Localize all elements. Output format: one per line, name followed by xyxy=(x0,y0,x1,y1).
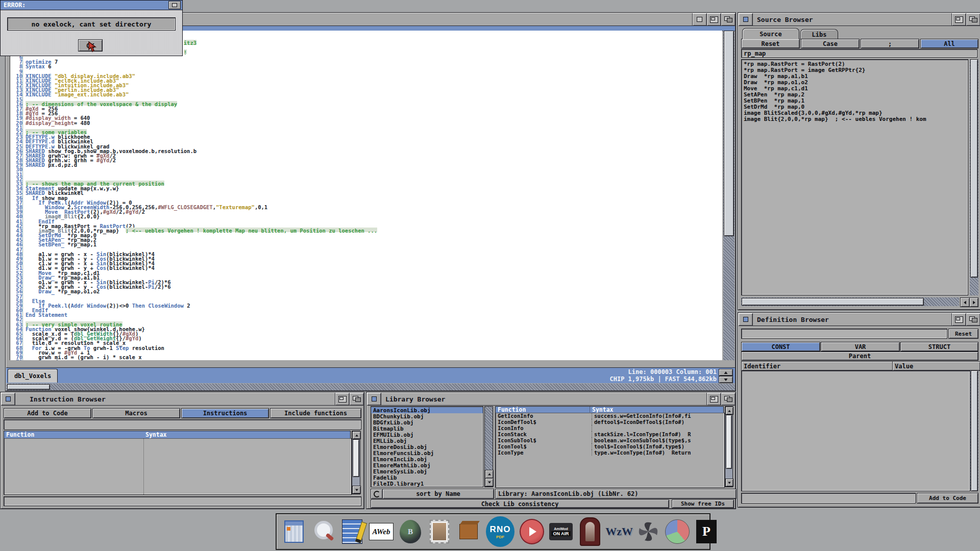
zoom-gadget-icon[interactable] xyxy=(706,393,721,405)
code-line[interactable]: 32 xyxy=(10,176,722,181)
code-line[interactable]: 67 tile.d = resolution * scale_x xyxy=(10,340,722,344)
source-browser-titlebar[interactable]: Source Browser xyxy=(739,13,980,26)
close-gadget-icon[interactable] xyxy=(1,393,15,405)
library-function-vscrollbar[interactable] xyxy=(725,406,733,487)
code-line[interactable]: 63; -- very simple voxel routine xyxy=(10,321,722,326)
library-vscrollbar[interactable] xyxy=(484,406,493,487)
close-gadget-icon[interactable] xyxy=(739,13,753,26)
code-line[interactable]: 11XINCLUDE "eclock.include.ab3" xyxy=(10,78,722,82)
code-line[interactable]: 14XINCLUDE "image_ext.include.ab3" xyxy=(10,91,722,96)
zoom-gadget-icon[interactable] xyxy=(335,393,349,405)
function-row[interactable]: IconSubTool$boolean.w=IconSubTool$(type$… xyxy=(496,437,724,443)
library-row[interactable]: AaronsIconLib.obj xyxy=(371,407,483,413)
source-result-row[interactable]: Draw_ *rp_map,o1,o2 xyxy=(742,79,968,85)
library-row[interactable]: Bitmaplib xyxy=(371,425,483,432)
code-line[interactable]: 34Statement update_map{x.w,y.w} xyxy=(10,185,722,190)
check-lib-consistency-button[interactable]: Check Lib consistency xyxy=(371,499,669,508)
hscroll-right-gadget[interactable] xyxy=(969,297,978,307)
case-button[interactable]: Case xyxy=(801,39,860,48)
library-row[interactable]: EMLLib.obj xyxy=(371,438,483,444)
code-line[interactable]: 30 xyxy=(10,166,722,171)
all-button[interactable]: All xyxy=(920,39,978,48)
code-line[interactable]: 33; -- shows the map and the current pos… xyxy=(10,181,722,185)
add-to-code-button[interactable]: Add to Code xyxy=(4,408,91,418)
code-line[interactable]: 51 d1.w = grwh - y + Cos(blickwinkel)*4 xyxy=(10,265,722,269)
function-row[interactable]: GetIconInfosuccess.w=GetIconInfo(Info#,f… xyxy=(496,413,724,419)
library-row[interactable]: FileID.library1 xyxy=(371,481,483,487)
code-line[interactable]: 59 If Peek.l(Addr Window(2))<>0 Then Clo… xyxy=(10,303,722,307)
status-up-gadget[interactable] xyxy=(719,369,733,376)
code-line[interactable]: 46 SetBPen_ *rp_map,1 xyxy=(10,241,722,246)
column-header-value[interactable]: Value xyxy=(892,361,980,371)
library-row[interactable]: BDGfxLib.obj xyxy=(371,419,483,425)
source-result-row[interactable]: image_BlitScaled{3,0,0,#gXd,#gYd,*rp_map… xyxy=(742,110,968,116)
code-line[interactable]: 19#display_width = 640 xyxy=(10,115,722,119)
library-list[interactable]: AaronsIconLib.objBDChunkyLib.objBDGfxLib… xyxy=(371,406,483,487)
function-row[interactable]: IconTypetype.w=IconType(Info#) Return xyxy=(496,449,724,456)
depth-gadget-icon[interactable] xyxy=(168,1,181,9)
library-function-list[interactable]: GetIconInfosuccess.w=GetIconInfo(Info#,f… xyxy=(495,413,725,488)
library-row[interactable]: ElmoreMathLib.obj xyxy=(371,462,483,468)
instruction-list[interactable] xyxy=(4,438,352,495)
code-line[interactable]: 50 c1.w = grwh - x + Sin(blickwinkel)*4 xyxy=(10,260,722,265)
calendar-icon[interactable] xyxy=(282,518,306,545)
code-line[interactable]: 70 grwh_mi.d = (grwh - i) * scale_x xyxy=(10,354,722,359)
function-row[interactable]: IconDefTool$deftool$=IconDefTool$(Info#) xyxy=(496,419,724,425)
definition-browser-titlebar[interactable]: Definition Browser xyxy=(739,313,980,326)
status-down-gadget[interactable] xyxy=(719,376,733,383)
column-header-syntax[interactable]: Syntax xyxy=(143,431,351,439)
library-row[interactable]: ElmoreSysLib.obj xyxy=(371,468,483,474)
code-line[interactable]: 29SHARED px.d,pz.d xyxy=(10,162,722,166)
iconify-gadget-icon[interactable] xyxy=(692,13,706,26)
code-line[interactable]: 55 o2.w = grwh - y - Cos(blickwinkel-Pi/… xyxy=(10,284,722,288)
notepad-icon[interactable] xyxy=(340,518,364,545)
source-result-row[interactable]: SetDrMd_ *rp_map,0 xyxy=(742,104,968,110)
code-line[interactable]: 7optimize 7 xyxy=(10,59,722,63)
tab-source[interactable]: Source xyxy=(742,28,799,39)
source-result-row[interactable]: *rp_map.RastPort = RastPort(2) xyxy=(742,61,968,67)
source-result-row[interactable]: *rp_map.RastPort = image_GetRPPtr{2} xyxy=(742,67,968,73)
mirror-icon[interactable] xyxy=(578,518,602,545)
library-row[interactable]: Fadelib xyxy=(371,474,483,481)
definition-add-to-code-button[interactable]: Add to Code xyxy=(917,493,978,504)
library-row[interactable]: FuzziesRegLib.obj xyxy=(371,487,483,487)
show-free-ids-button[interactable]: Show free IDs xyxy=(672,499,734,508)
source-search-input[interactable]: rp_map xyxy=(741,49,977,58)
code-line[interactable]: 25DEFTYPE.w blickwinkel_grad xyxy=(10,143,722,148)
play-icon[interactable] xyxy=(520,518,544,545)
code-line[interactable]: 62 xyxy=(10,316,722,321)
library-browser-titlebar[interactable]: Library Browser xyxy=(367,393,735,406)
code-line[interactable]: 53 Draw_ *rp_map,a1,b1 xyxy=(10,274,722,279)
definition-list[interactable] xyxy=(741,370,970,491)
definition-reset-button[interactable]: Reset xyxy=(948,329,978,339)
code-editor[interactable]: 123 itz345 !67optimize 78Syntax 6910XINC… xyxy=(10,31,722,360)
reset-button[interactable]: Reset xyxy=(741,39,800,48)
tab-var[interactable]: VAR xyxy=(821,342,900,352)
code-line[interactable]: 24DEFTYPE.d blickwinkel xyxy=(10,138,722,143)
code-line[interactable]: 18#gYd = 256 xyxy=(10,110,722,115)
yam-stamp-icon[interactable] xyxy=(427,518,452,545)
code-line[interactable]: 66 scale_y.d = (dbl_GetHeight{}/#gYd) xyxy=(10,335,722,340)
zoom-gadget-icon[interactable] xyxy=(951,13,966,26)
code-line[interactable]: 8Syntax 6 xyxy=(10,63,722,68)
column-header-function[interactable]: Function xyxy=(4,431,143,439)
code-line[interactable]: 41 EndIf xyxy=(10,218,722,223)
instruction-search-input[interactable] xyxy=(4,419,361,430)
source-result-row[interactable]: Draw_ *rp_map,a1,b1 xyxy=(742,73,968,79)
source-result-row[interactable]: SetAPen_ *rp_map,2 xyxy=(742,91,968,97)
column-header-syntax[interactable]: Syntax xyxy=(590,406,724,413)
column-header-function[interactable]: Function xyxy=(495,406,590,413)
code-line[interactable]: 12XINCLUDE "intuition.include.ab3" xyxy=(10,82,722,87)
code-line[interactable]: 37 If Peek.l(Addr Window(2)) = 0 xyxy=(10,199,722,204)
close-gadget-icon[interactable] xyxy=(739,313,753,325)
rno-pdf-icon[interactable]: RNO PDF xyxy=(485,518,515,545)
hscroll-left-gadget[interactable] xyxy=(960,297,970,307)
source-result-row[interactable]: Move_ *rp_map,c1,d1 xyxy=(742,85,968,91)
code-line[interactable]: 21 xyxy=(10,124,722,129)
code-line[interactable]: 68 For i.w = -grwh To grwh-1 Step resolu… xyxy=(10,345,722,349)
definition-vscrollbar[interactable] xyxy=(970,370,978,490)
depth-gadget-icon[interactable] xyxy=(966,13,980,26)
code-line[interactable]: 48 a1.w = grwh - x - Sin(blickwinkel)*4 xyxy=(10,251,722,256)
tab-const[interactable]: CONST xyxy=(741,342,820,352)
source-vscrollbar[interactable] xyxy=(970,59,978,295)
